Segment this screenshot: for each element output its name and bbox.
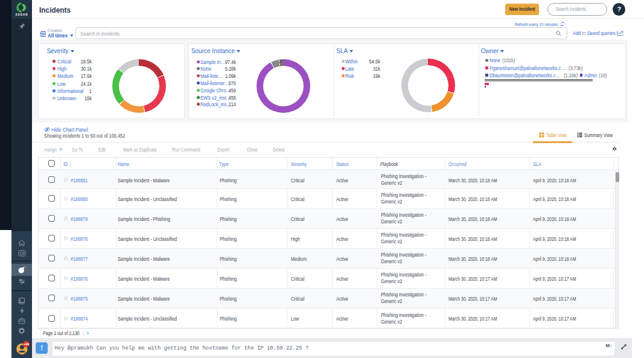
svg-text:+99: +99	[24, 342, 29, 346]
